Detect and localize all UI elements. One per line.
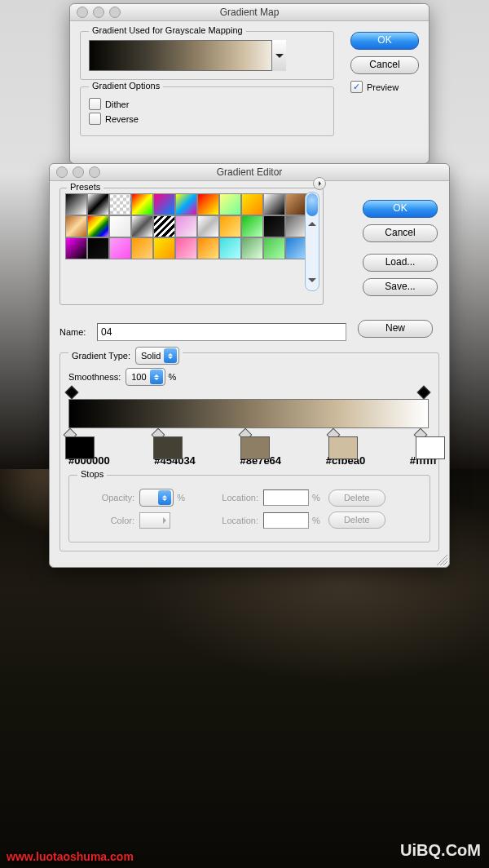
- preset-swatch[interactable]: [131, 193, 153, 215]
- gradient-type-label: Gradient Type:: [72, 351, 130, 361]
- preset-swatch[interactable]: [87, 237, 109, 259]
- location-label-2: Location:: [201, 516, 258, 525]
- preset-swatch[interactable]: [241, 215, 263, 237]
- preset-swatch[interactable]: [175, 237, 197, 259]
- gradient-type-select[interactable]: Solid: [135, 347, 179, 365]
- gradient-editor-titlebar[interactable]: Gradient Editor: [50, 164, 449, 181]
- ok-button[interactable]: OK: [350, 32, 419, 50]
- stops-legend: Stops: [77, 469, 107, 479]
- opacity-location-input[interactable]: [263, 489, 309, 506]
- gradient-bar-editor[interactable]: [68, 399, 429, 428]
- color-stop[interactable]: [328, 435, 337, 446]
- gradient-map-title: Gradient Map: [220, 7, 280, 18]
- options-legend: Gradient Options: [89, 81, 163, 91]
- presets-scrollbar[interactable]: [305, 192, 319, 291]
- gradient-preview-bar[interactable]: [89, 40, 286, 71]
- color-delete-button[interactable]: Delete: [328, 512, 385, 529]
- new-button[interactable]: New: [358, 320, 433, 338]
- opacity-delete-button[interactable]: Delete: [328, 489, 385, 507]
- opacity-label: Opacity:: [77, 493, 134, 503]
- ok-button[interactable]: OK: [363, 200, 438, 218]
- name-input[interactable]: [97, 323, 346, 341]
- preset-swatch[interactable]: [285, 215, 307, 237]
- preset-swatch[interactable]: [65, 215, 87, 237]
- preset-swatch[interactable]: [241, 193, 263, 215]
- gradient-editor-title: Gradient Editor: [217, 166, 283, 178]
- preset-swatch[interactable]: [219, 237, 241, 259]
- gradient-map-dialog: Gradient Map Gradient Used for Grayscale…: [69, 3, 430, 164]
- gradient-picker-arrow[interactable]: [271, 40, 286, 71]
- color-stop[interactable]: [240, 435, 249, 446]
- save-button[interactable]: Save...: [363, 278, 438, 296]
- color-label: Color:: [77, 516, 134, 525]
- color-swatch[interactable]: [139, 512, 170, 529]
- preset-swatch[interactable]: [109, 193, 131, 215]
- preset-swatch[interactable]: [87, 193, 109, 215]
- preset-swatch[interactable]: [175, 215, 197, 237]
- gradient-map-titlebar[interactable]: Gradient Map: [70, 4, 429, 21]
- preset-swatch[interactable]: [197, 215, 219, 237]
- preset-swatch[interactable]: [285, 193, 307, 215]
- cancel-button[interactable]: Cancel: [350, 56, 419, 74]
- preset-swatch[interactable]: [109, 237, 131, 259]
- color-stop[interactable]: [416, 435, 424, 446]
- preset-swatch[interactable]: [263, 193, 285, 215]
- smoothness-label: Smoothness:: [68, 372, 121, 382]
- preset-swatch[interactable]: [219, 215, 241, 237]
- preset-swatch[interactable]: [197, 193, 219, 215]
- preset-swatch[interactable]: [263, 237, 285, 259]
- preset-swatch[interactable]: [219, 193, 241, 215]
- presets-flyout-icon[interactable]: [313, 177, 326, 190]
- mapping-legend: Gradient Used for Grayscale Mapping: [89, 25, 246, 35]
- dither-checkbox[interactable]: Dither: [89, 98, 325, 110]
- resize-grip-icon[interactable]: [436, 554, 447, 565]
- watermark-url: www.luotaoshuma.com: [7, 850, 134, 863]
- preset-swatch[interactable]: [65, 193, 87, 215]
- preset-swatch[interactable]: [263, 215, 285, 237]
- preset-swatch[interactable]: [285, 237, 307, 259]
- opacity-input[interactable]: [139, 489, 174, 507]
- preset-swatch[interactable]: [131, 237, 153, 259]
- cancel-button[interactable]: Cancel: [363, 224, 438, 242]
- preset-swatch[interactable]: [197, 237, 219, 259]
- preset-swatch[interactable]: [131, 215, 153, 237]
- preset-swatch[interactable]: [153, 237, 175, 259]
- preset-swatch[interactable]: [109, 215, 131, 237]
- color-stop[interactable]: [153, 435, 161, 446]
- load-button[interactable]: Load...: [363, 254, 438, 272]
- preview-checkbox[interactable]: Preview: [350, 81, 419, 93]
- name-label: Name:: [59, 327, 97, 337]
- preset-swatches: [65, 193, 318, 258]
- gradient-editor-dialog: Gradient Editor Presets OK Cancel Load..…: [49, 163, 450, 568]
- preset-swatch[interactable]: [65, 237, 87, 259]
- color-location-input[interactable]: [263, 512, 309, 529]
- preset-swatch[interactable]: [87, 215, 109, 237]
- preset-swatch[interactable]: [175, 193, 197, 215]
- preset-swatch[interactable]: [153, 193, 175, 215]
- preset-swatch[interactable]: [153, 215, 175, 237]
- presets-panel: Presets: [59, 188, 324, 305]
- location-label: Location:: [201, 493, 258, 503]
- reverse-checkbox[interactable]: Reverse: [89, 113, 325, 125]
- presets-legend: Presets: [67, 182, 104, 192]
- color-stop[interactable]: [65, 435, 73, 446]
- preset-swatch[interactable]: [241, 237, 263, 259]
- watermark-right: UiBQ.CoM: [400, 841, 481, 860]
- smoothness-input[interactable]: 100: [126, 368, 165, 386]
